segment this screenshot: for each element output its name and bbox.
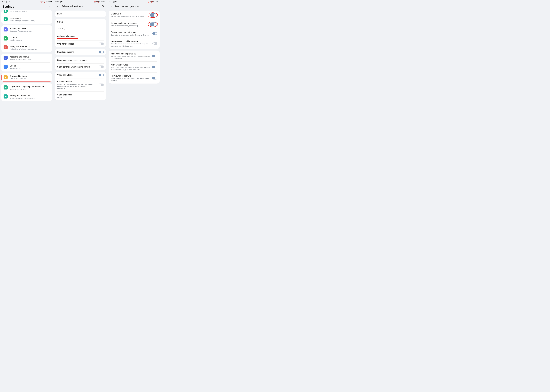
- list-item-label: S Pen: [57, 21, 104, 23]
- advanced-item[interactable]: Side key: [55, 25, 106, 32]
- advanced-item[interactable]: Video call effects: [55, 72, 106, 78]
- status-bar: 9:37 ▧ ⬆ ⌗ · ⏰ ✕🔇 ᯤ ⊘ 63% ▮: [107, 0, 161, 3]
- advanced-item[interactable]: Smart suggestions: [55, 49, 106, 55]
- list-item-label: Motions and gestures: [57, 35, 76, 38]
- back-button[interactable]: [110, 4, 114, 8]
- back-button[interactable]: [56, 4, 60, 8]
- pin-icon: [4, 36, 8, 41]
- svg-point-14: [5, 96, 6, 97]
- list-item-label: Alert when phone picked up: [111, 52, 151, 55]
- status-left-icons: ▧ ⬆ ⌗ ·: [59, 1, 64, 3]
- screen1-header: Settings: [0, 3, 54, 10]
- svg-point-0: [48, 6, 50, 7]
- motion-item[interactable]: Alert when phone picked upYour phone wil…: [109, 50, 160, 62]
- settings-item-shield[interactable]: Security and privacyBiometrics · Permiss…: [1, 25, 52, 34]
- list-item-sub: Organize all your games all in one place…: [57, 84, 94, 90]
- toggle-switch[interactable]: [152, 77, 157, 79]
- toggle-switch[interactable]: [152, 42, 157, 45]
- svg-line-1: [50, 7, 50, 7]
- status-right-icons: ⏰ ✕🔇 ᯤ ⊘ 63% ▮: [94, 1, 106, 3]
- list-item-label: Game Launcher: [57, 80, 94, 83]
- settings-item-pin[interactable]: LocationLocation requests: [1, 34, 52, 43]
- settings-item-sub: Biometrics · Permission manager: [10, 30, 50, 32]
- list-item-sub: Keep the screen on while you're looking …: [111, 43, 151, 47]
- settings-item-alert[interactable]: Safety and emergencyMedical info · Wirel…: [1, 43, 52, 52]
- list-item-sub: Turn on the screen when you pick up your…: [111, 15, 148, 18]
- motion-item[interactable]: Double tap to turn off screenDouble tap …: [109, 29, 160, 38]
- screen3-header: Motions and gestures: [107, 3, 161, 11]
- advanced-item[interactable]: Motions and gestures: [55, 32, 106, 41]
- shield-icon: [4, 28, 8, 31]
- toggle-switch[interactable]: [150, 22, 157, 26]
- motion-item[interactable]: Mute with gesturesMute incoming calls an…: [109, 62, 160, 72]
- settings-item-battery[interactable]: Battery and device careStorage · Memory …: [1, 92, 52, 101]
- search-button[interactable]: [101, 4, 105, 8]
- list-item-label: One-handed mode: [57, 42, 94, 45]
- search-button[interactable]: [47, 5, 51, 8]
- settings-item-sub: Location requests: [10, 39, 50, 41]
- advanced-icon: [4, 75, 8, 79]
- motion-item[interactable]: Double tap to turn on screenTurn on the …: [109, 20, 160, 29]
- settings-item-label: Location: [10, 36, 50, 39]
- settings-item-sub: Labs · S Pen · Side key: [10, 78, 50, 80]
- settings-item-label: Advanced features: [10, 75, 50, 78]
- page-title: Motions and gestures: [115, 5, 139, 8]
- toggle-switch[interactable]: [150, 13, 157, 17]
- settings-item-label: Safety and emergency: [10, 45, 50, 48]
- svg-rect-2: [5, 19, 6, 20]
- motion-item[interactable]: Lift to wakeTurn on the screen when you …: [109, 11, 160, 20]
- toggle-switch[interactable]: [99, 84, 104, 86]
- advanced-item[interactable]: S Pen: [55, 19, 106, 25]
- settings-item-label: Battery and device care: [10, 94, 50, 97]
- settings-item-google[interactable]: GGoogleGoogle services: [1, 63, 52, 71]
- list-item-label: Double tap to turn off screen: [111, 31, 151, 34]
- list-item-sub: Normal: [57, 97, 104, 98]
- svg-text:G: G: [5, 66, 6, 68]
- settings-item-home[interactable]: Home screenLayout · App icon badges: [1, 10, 52, 15]
- settings-item-label: Lock screen: [10, 17, 50, 20]
- advanced-item[interactable]: Screenshots and screen recorder: [55, 57, 106, 63]
- advanced-item[interactable]: One-handed mode: [55, 41, 106, 47]
- svg-rect-5: [6, 48, 6, 48]
- settings-item-sub: Medical info · Wireless emergency alerts: [10, 48, 50, 50]
- list-item-sub: Mute incoming calls and alarms by puttin…: [111, 66, 151, 70]
- advanced-item[interactable]: Labs: [55, 11, 106, 17]
- svg-point-3: [5, 38, 6, 38]
- status-bar: 9:37 ▧ ⬆ ⌗ · ⏰ ✕🔇 ᯤ ⊘ 63% ▮: [0, 0, 54, 3]
- motion-item[interactable]: Palm swipe to captureSwipe the edge of y…: [109, 73, 160, 84]
- list-item-label: Video call effects: [57, 74, 94, 77]
- phone-screen-advanced: 9:37 ▧ ⬆ ⌗ · ⏰ ✕🔇 ᯤ ⊘ 63% ▮ Advanced fea…: [54, 0, 107, 115]
- phone-screen-settings: 9:37 ▧ ⬆ ⌗ · ⏰ ✕🔇 ᯤ ⊘ 63% ▮ Settings Hom…: [0, 0, 54, 115]
- toggle-switch[interactable]: [152, 32, 157, 35]
- list-item-label: Smart suggestions: [57, 51, 94, 53]
- advanced-item[interactable]: Show contacts when sharing content: [55, 63, 106, 70]
- page-title: Advanced features: [62, 5, 83, 8]
- toggle-switch[interactable]: [99, 74, 104, 77]
- list-item-label: Palm swipe to capture: [111, 75, 151, 77]
- toggle-switch[interactable]: [99, 42, 104, 45]
- list-item-label: Labs: [57, 13, 104, 15]
- nav-handle[interactable]: [19, 114, 35, 114]
- svg-point-10: [5, 77, 6, 77]
- status-bar: 9:37 ▧ ⬆ ⌗ · ⏰ ✕🔇 ᯤ ⊘ 63% ▮: [54, 0, 107, 3]
- screen2-content: LabsS PenSide keyMotions and gesturesOne…: [54, 11, 107, 115]
- settings-item-advanced[interactable]: Advanced featuresLabs · S Pen · Side key: [1, 73, 52, 82]
- settings-item-sync[interactable]: Accounts and backupManage accounts · Sma…: [1, 54, 52, 63]
- settings-item-lock[interactable]: Lock screenScreen lock type · Always On …: [1, 15, 52, 24]
- toggle-switch[interactable]: [99, 65, 104, 68]
- chevron-left-icon: [110, 5, 113, 8]
- nav-handle[interactable]: [73, 114, 88, 114]
- status-time: 9:37: [109, 1, 112, 3]
- settings-item-sub: Screen time · App timers: [10, 88, 50, 90]
- advanced-item[interactable]: Game LauncherOrganize all your games all…: [55, 78, 106, 91]
- settings-item-sub: Screen lock type · Always On Display: [10, 20, 50, 22]
- toggle-switch[interactable]: [152, 55, 157, 57]
- toggle-switch[interactable]: [99, 51, 104, 53]
- search-icon: [48, 5, 50, 8]
- advanced-item[interactable]: Video brightnessNormal: [55, 91, 106, 100]
- settings-item-wellbeing[interactable]: Digital Wellbeing and parental controlsS…: [1, 83, 52, 92]
- motion-item[interactable]: Keep screen on while viewingKeep the scr…: [109, 38, 160, 49]
- alert-icon: [4, 45, 8, 49]
- home-icon: [4, 10, 8, 13]
- toggle-switch[interactable]: [152, 66, 157, 68]
